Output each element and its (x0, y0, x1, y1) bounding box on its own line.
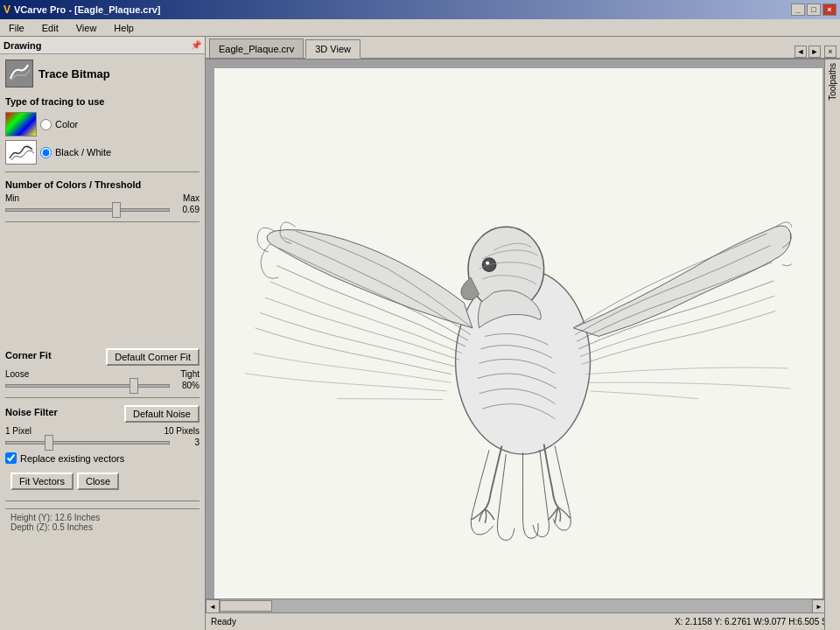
menu-file[interactable]: File (4, 21, 30, 35)
close-tab[interactable]: × (824, 46, 836, 58)
threshold-label: Number of Colors / Threshold (5, 179, 200, 190)
threshold-slider[interactable] (5, 208, 170, 212)
trace-header: Trace Bitmap (5, 60, 200, 88)
bottom-buttons: Fit Vectors Close (5, 469, 200, 494)
divider-3 (5, 397, 200, 398)
tab-3d-view-label: 3D View (315, 44, 351, 54)
tab-nav-buttons: ◄ ► × (794, 46, 836, 58)
nav-right[interactable]: ► (808, 46, 821, 58)
divider-1 (5, 172, 200, 172)
menu-help[interactable]: Help (108, 21, 139, 35)
status-ready: Ready (211, 617, 236, 626)
pin-button[interactable]: 📌 (191, 40, 201, 50)
threshold-value: 0.69 (175, 205, 200, 214)
empty-area (5, 229, 200, 343)
trace-title: Trace Bitmap (38, 67, 110, 80)
bw-radio[interactable] (40, 147, 52, 158)
tab-eagle-plaque[interactable]: Eagle_Plaque.crv (209, 38, 304, 58)
title-bar: V VCarve Pro - [Eagle_Plaque.crv] _ □ × (0, 0, 840, 19)
left-panel: Drawing 📌 Trace Bitmap Type of tracing t… (0, 37, 206, 630)
title-bar-left: V VCarve Pro - [Eagle_Plaque.crv] (4, 4, 161, 16)
replace-vectors-row: Replace existing vectors (5, 452, 200, 464)
svg-point-5 (485, 261, 489, 265)
menu-view[interactable]: View (71, 21, 102, 35)
bw-option: Black / White (5, 140, 200, 164)
footer-depth: Depth (Z): 0.5 Inches (10, 522, 194, 532)
scrollbar-horizontal: ◄ ► (206, 598, 826, 612)
threshold-slider-row: 0.69 (5, 205, 200, 214)
footer-info: Height (Y): 12.6 Inches Depth (Z): 0.5 I… (5, 508, 200, 536)
noise-slider-row: 3 (5, 438, 200, 447)
divider-4 (5, 500, 200, 501)
nav-arrows: ◄ ► (794, 46, 821, 58)
status-bar: Ready X: 2.1158 Y: 6.2761 W:9.077 H:6.50… (206, 612, 840, 630)
default-corner-fit-button[interactable]: Default Corner Fit (106, 348, 200, 366)
tab-3d-view[interactable]: 3D View (305, 39, 360, 59)
maximize-button[interactable]: □ (807, 4, 821, 16)
eagle-svg (245, 95, 793, 578)
menu-bar: File Edit View Help (0, 19, 840, 37)
corner-fit-section: Corner Fit Default Corner Fit Loose Tigh… (5, 348, 200, 390)
threshold-section: Number of Colors / Threshold Min Max 0.6… (5, 179, 200, 214)
tab-eagle-plaque-label: Eagle_Plaque.crv (219, 44, 294, 54)
main-container: Drawing 📌 Trace Bitmap Type of tracing t… (0, 37, 840, 630)
color-label[interactable]: Color (55, 119, 78, 130)
panel-header: Drawing 📌 (0, 37, 205, 54)
corner-fit-slider[interactable] (5, 384, 170, 388)
panel-label: Drawing (4, 40, 41, 51)
type-label: Type of tracing to use (5, 96, 200, 107)
minimize-button[interactable]: _ (791, 4, 805, 16)
fit-vectors-button[interactable]: Fit Vectors (10, 472, 74, 490)
corner-fit-value: 80% (175, 381, 200, 390)
canvas-area: ▲ ▼ ◄ ► (206, 60, 840, 612)
trace-panel: Trace Bitmap Type of tracing to use Colo… (0, 54, 205, 630)
scroll-thumb-horizontal[interactable] (220, 600, 272, 612)
close-button[interactable]: × (822, 4, 836, 16)
tab-bar: Eagle_Plaque.crv 3D View ◄ ► × (206, 37, 840, 60)
toolpaths-label[interactable]: Toolpaths (828, 60, 837, 104)
status-coords: X: 2.1158 Y: 6.2761 W:9.077 H:6.505 S:1 (675, 617, 835, 626)
noise-filter-label: Noise Filter (5, 407, 58, 417)
scroll-left-button[interactable]: ◄ (206, 599, 220, 612)
noise-row: Noise Filter Default Noise (5, 405, 200, 423)
default-noise-button[interactable]: Default Noise (124, 405, 200, 423)
app-icon: V (4, 4, 10, 16)
nav-left[interactable]: ◄ (794, 46, 807, 58)
color-radio[interactable] (40, 119, 52, 130)
bw-thumbnail (5, 140, 37, 164)
threshold-max: Max (183, 193, 200, 203)
noise-slider[interactable] (5, 441, 170, 444)
corner-fit-slider-row: 80% (5, 381, 200, 390)
tight-label: Tight (180, 369, 200, 379)
noise-value: 3 (175, 438, 200, 447)
close-button[interactable]: Close (77, 472, 119, 490)
bw-label[interactable]: Black / White (55, 147, 111, 158)
color-thumbnail (5, 112, 37, 136)
noise-section: Noise Filter Default Noise 1 Pixel 10 Pi… (5, 405, 200, 447)
replace-vectors-label[interactable]: Replace existing vectors (20, 453, 124, 464)
app-title: VCarve Pro - [Eagle_Plaque.crv] (14, 4, 161, 15)
corner-fit-label: Corner Fit (5, 350, 52, 360)
right-toolbar: Toolpaths (824, 60, 840, 630)
pixel-max-label: 10 Pixels (164, 426, 200, 436)
corner-fit-row: Corner Fit Default Corner Fit (5, 348, 200, 366)
menu-edit[interactable]: Edit (37, 21, 64, 35)
trace-icon (5, 60, 33, 88)
scroll-track-horizontal[interactable] (220, 599, 812, 612)
color-option: Color (5, 112, 200, 136)
right-area: Eagle_Plaque.crv 3D View ◄ ► × (206, 37, 840, 630)
eagle-canvas (214, 68, 822, 604)
title-bar-buttons[interactable]: _ □ × (791, 4, 836, 16)
replace-vectors-checkbox[interactable] (5, 452, 17, 464)
divider-2 (5, 221, 200, 222)
footer-height: Height (Y): 12.6 Inches (10, 513, 194, 522)
